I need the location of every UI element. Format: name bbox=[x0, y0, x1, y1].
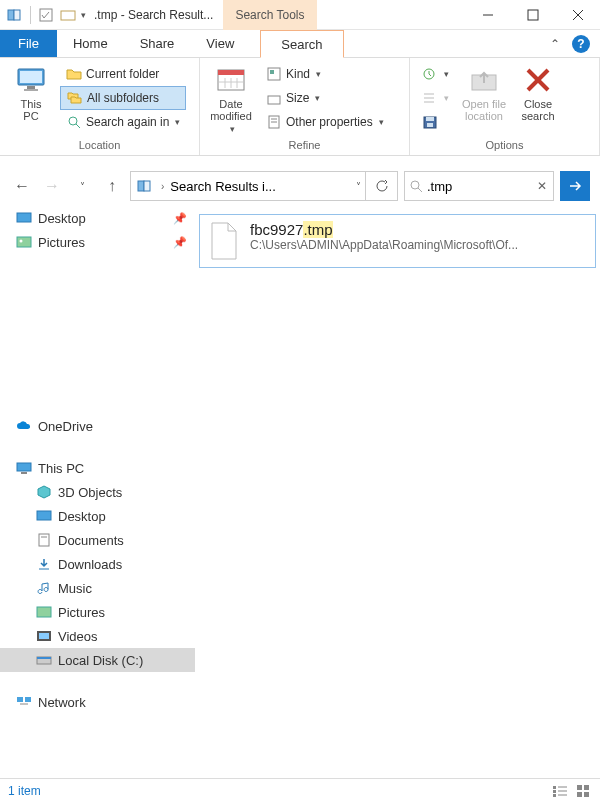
minimize-button[interactable] bbox=[465, 0, 510, 30]
properties-icon bbox=[266, 114, 282, 130]
nav-3d-objects[interactable]: 3D Objects bbox=[0, 480, 195, 504]
search-again-button[interactable]: Search again in ▾ bbox=[60, 110, 186, 134]
search-query: .tmp bbox=[427, 179, 452, 194]
up-button[interactable]: ↑ bbox=[100, 174, 124, 198]
current-folder-button[interactable]: Current folder bbox=[60, 62, 186, 86]
tab-search[interactable]: Search bbox=[260, 30, 343, 58]
svg-line-13 bbox=[76, 124, 80, 128]
forward-button: → bbox=[40, 174, 64, 198]
all-subfolders-button[interactable]: All subfolders bbox=[60, 86, 186, 110]
open-file-location-button: Open file location bbox=[459, 62, 509, 122]
folder-icon bbox=[135, 178, 155, 194]
search-icon bbox=[409, 179, 423, 193]
address-dropdown-icon[interactable]: ˅ bbox=[356, 181, 361, 192]
result-item[interactable]: fbc9927.tmp C:\Users\ADMIN\AppData\Roami… bbox=[199, 214, 596, 268]
tab-home[interactable]: Home bbox=[57, 30, 124, 57]
chevron-right-icon[interactable]: › bbox=[161, 181, 164, 192]
help-icon[interactable]: ? bbox=[572, 35, 590, 53]
list-icon bbox=[422, 90, 438, 106]
date-modified-button[interactable]: Date modified ▾ bbox=[206, 62, 256, 134]
window-title: .tmp - Search Result... bbox=[94, 8, 213, 22]
svg-rect-31 bbox=[426, 117, 434, 121]
recent-locations-button[interactable]: ˅ bbox=[70, 174, 94, 198]
nav-local-disk[interactable]: Local Disk (C:) bbox=[0, 648, 195, 672]
nav-item-label: Videos bbox=[58, 629, 98, 644]
pin-icon: 📌 bbox=[173, 212, 187, 225]
nav-pictures-2[interactable]: Pictures bbox=[0, 600, 195, 624]
svg-rect-43 bbox=[17, 463, 31, 471]
all-subfolders-label: All subfolders bbox=[87, 91, 159, 105]
this-pc-button[interactable]: This PC bbox=[6, 62, 56, 122]
thumbnails-view-icon[interactable] bbox=[576, 784, 592, 798]
svg-rect-55 bbox=[25, 697, 31, 702]
svg-rect-58 bbox=[553, 790, 556, 793]
chevron-down-icon: ▾ bbox=[315, 93, 320, 103]
clear-search-button[interactable]: ✕ bbox=[535, 179, 549, 193]
nav-downloads[interactable]: Downloads bbox=[0, 552, 195, 576]
svg-rect-32 bbox=[427, 123, 433, 127]
file-icon bbox=[208, 221, 240, 261]
svg-rect-59 bbox=[553, 794, 556, 797]
svg-rect-40 bbox=[17, 213, 31, 222]
nav-item-label: Pictures bbox=[58, 605, 105, 620]
close-search-label: Close search bbox=[521, 98, 554, 122]
svg-point-12 bbox=[69, 117, 77, 125]
svg-rect-46 bbox=[39, 534, 49, 546]
nav-music[interactable]: Music bbox=[0, 576, 195, 600]
nav-item-label: OneDrive bbox=[38, 419, 93, 434]
svg-rect-10 bbox=[27, 86, 35, 89]
search-go-button[interactable] bbox=[560, 171, 590, 201]
result-filename: fbc9927.tmp bbox=[250, 221, 518, 238]
navigation-pane[interactable]: Desktop 📌 Pictures 📌 OneDrive This PC 3D… bbox=[0, 206, 195, 776]
desktop-icon bbox=[36, 508, 52, 524]
chevron-down-icon: ▾ bbox=[175, 117, 180, 127]
save-search-button[interactable] bbox=[416, 110, 455, 134]
folders-icon bbox=[67, 90, 83, 106]
back-button[interactable]: ← bbox=[10, 174, 34, 198]
maximize-button[interactable] bbox=[510, 0, 555, 30]
search-input[interactable]: .tmp ✕ bbox=[404, 171, 554, 201]
nav-item-label: Pictures bbox=[38, 235, 85, 250]
refresh-button[interactable] bbox=[366, 171, 398, 201]
svg-rect-41 bbox=[17, 237, 31, 247]
address-bar[interactable]: › Search Results i... ˅ bbox=[130, 171, 366, 201]
monitor-icon bbox=[16, 460, 32, 476]
qat-dropdown-icon[interactable]: ▾ bbox=[81, 10, 86, 20]
collapse-ribbon-icon[interactable]: ⌃ bbox=[550, 37, 560, 51]
document-icon bbox=[36, 532, 52, 548]
nav-documents[interactable]: Documents bbox=[0, 528, 195, 552]
qat-newfolder-icon[interactable] bbox=[59, 6, 77, 24]
nav-desktop-2[interactable]: Desktop bbox=[0, 504, 195, 528]
nav-item-label: Music bbox=[58, 581, 92, 596]
size-button[interactable]: Size ▾ bbox=[260, 86, 390, 110]
svg-rect-45 bbox=[37, 511, 51, 520]
tab-view[interactable]: View bbox=[190, 30, 250, 57]
nav-item-label: This PC bbox=[38, 461, 84, 476]
nav-desktop[interactable]: Desktop 📌 bbox=[0, 206, 195, 230]
advanced-options-button[interactable]: ▾ bbox=[416, 86, 455, 110]
tab-share[interactable]: Share bbox=[124, 30, 191, 57]
details-view-icon[interactable] bbox=[552, 784, 568, 798]
nav-onedrive[interactable]: OneDrive bbox=[0, 414, 195, 438]
qat-properties-icon[interactable] bbox=[37, 6, 55, 24]
recent-searches-button[interactable]: ▾ bbox=[416, 62, 455, 86]
download-icon bbox=[36, 556, 52, 572]
svg-rect-5 bbox=[528, 10, 538, 20]
cube-icon bbox=[36, 484, 52, 500]
file-tab[interactable]: File bbox=[0, 30, 57, 57]
close-button[interactable] bbox=[555, 0, 600, 30]
kind-button[interactable]: Kind ▾ bbox=[260, 62, 390, 86]
svg-rect-53 bbox=[37, 657, 51, 659]
svg-rect-51 bbox=[39, 633, 49, 639]
nav-this-pc[interactable]: This PC bbox=[0, 456, 195, 480]
nav-pictures[interactable]: Pictures 📌 bbox=[0, 230, 195, 254]
nav-network[interactable]: Network bbox=[0, 690, 195, 714]
close-search-button[interactable]: Close search bbox=[513, 62, 563, 122]
filename-highlight: .tmp bbox=[303, 221, 332, 238]
svg-rect-9 bbox=[20, 71, 42, 83]
svg-rect-11 bbox=[24, 89, 38, 91]
results-pane[interactable]: fbc9927.tmp C:\Users\ADMIN\AppData\Roami… bbox=[195, 206, 600, 776]
nav-videos[interactable]: Videos bbox=[0, 624, 195, 648]
cloud-icon bbox=[16, 418, 32, 434]
other-properties-button[interactable]: Other properties ▾ bbox=[260, 110, 390, 134]
